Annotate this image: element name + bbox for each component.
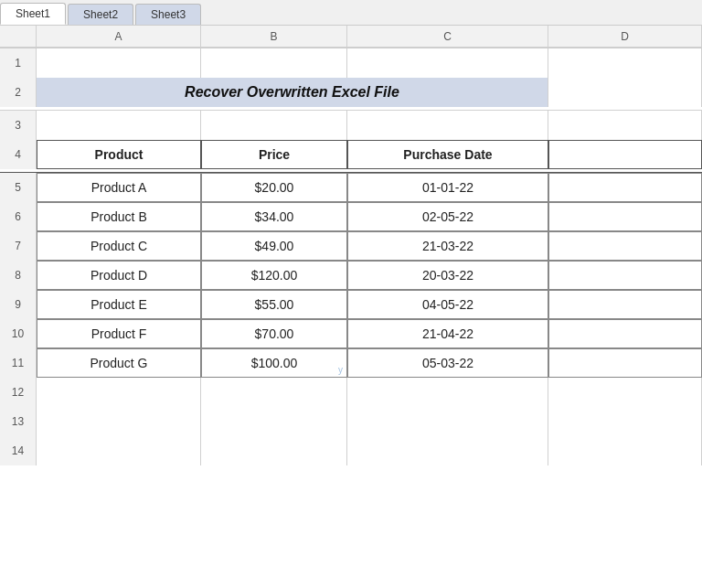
cell-13c[interactable] <box>201 407 347 436</box>
row-11: 11 Product G $100.00 y 05-03-22 <box>0 348 702 378</box>
row-num-8: 8 <box>0 261 37 290</box>
row-4-header: 4 Product Price Purchase Date <box>0 140 702 173</box>
cell-5e[interactable] <box>548 173 702 202</box>
cell-1c[interactable] <box>201 48 347 78</box>
row-12: 12 <box>0 378 702 407</box>
col-header-c: C <box>347 26 548 48</box>
cell-header-date[interactable]: Purchase Date <box>347 140 548 169</box>
cell-1d[interactable] <box>347 48 548 78</box>
cell-11c-value: $100.00 <box>251 356 298 370</box>
row-num-12: 12 <box>0 378 37 407</box>
row-num-2: 2 <box>0 78 37 107</box>
cell-9b[interactable]: Product E <box>37 290 201 319</box>
column-headers: A B C D <box>0 26 702 48</box>
cell-6d[interactable]: 02-05-22 <box>347 202 548 231</box>
row-14: 14 <box>0 436 702 465</box>
cell-12d[interactable] <box>347 378 548 407</box>
cell-10e[interactable] <box>548 319 702 348</box>
cell-3e[interactable] <box>548 111 702 140</box>
row-num-3: 3 <box>0 111 37 140</box>
cell-8c[interactable]: $120.00 <box>201 261 347 290</box>
cell-header-price[interactable]: Price <box>201 140 347 169</box>
col-header-d: D <box>548 26 702 48</box>
row-num-6: 6 <box>0 202 37 231</box>
tab-sheet1[interactable]: Sheet1 <box>0 3 66 25</box>
row-10: 10 Product F $70.00 21-04-22 <box>0 319 702 348</box>
cell-3d[interactable] <box>347 111 548 140</box>
row-5: 5 Product A $20.00 01-01-22 <box>0 173 702 202</box>
row-num-5: 5 <box>0 173 37 202</box>
row-num-13: 13 <box>0 407 37 436</box>
row-7: 7 Product C $49.00 21-03-22 <box>0 231 702 261</box>
cell-13d[interactable] <box>347 407 548 436</box>
cell-11c[interactable]: $100.00 y <box>201 348 347 378</box>
cell-12c[interactable] <box>201 378 347 407</box>
grid-body: 1 2 Recover Overwritten Excel File 3 4 P… <box>0 48 702 588</box>
row-2: 2 Recover Overwritten Excel File <box>0 78 702 111</box>
cell-9e[interactable] <box>548 290 702 319</box>
cell-8d[interactable]: 20-03-22 <box>347 261 548 290</box>
cell-8e[interactable] <box>548 261 702 290</box>
cell-6e[interactable] <box>548 202 702 231</box>
cell-11b[interactable]: Product G <box>37 348 201 378</box>
cell-14b[interactable] <box>37 436 201 465</box>
cell-7d[interactable]: 21-03-22 <box>347 231 548 261</box>
cell-3b[interactable] <box>37 111 201 140</box>
cell-5d[interactable]: 01-01-22 <box>347 173 548 202</box>
cell-6c[interactable]: $34.00 <box>201 202 347 231</box>
tab-sheet2[interactable]: Sheet2 <box>68 4 133 25</box>
cell-1e[interactable] <box>548 48 702 78</box>
row-num-7: 7 <box>0 231 37 261</box>
watermark: y <box>338 365 343 375</box>
cell-header-product[interactable]: Product <box>37 140 201 169</box>
cell-13e[interactable] <box>548 407 702 436</box>
cell-14d[interactable] <box>347 436 548 465</box>
cell-1b[interactable] <box>37 48 201 78</box>
row-num-10: 10 <box>0 319 37 348</box>
cell-9d[interactable]: 04-05-22 <box>347 290 548 319</box>
cell-6b[interactable]: Product B <box>37 202 201 231</box>
spreadsheet: Sheet1 Sheet2 Sheet3 A B C D 1 2 Recover… <box>0 0 702 588</box>
cell-9c[interactable]: $55.00 <box>201 290 347 319</box>
cell-7e[interactable] <box>548 231 702 261</box>
row-num-1: 1 <box>0 48 37 78</box>
cell-title[interactable]: Recover Overwritten Excel File <box>37 78 548 107</box>
cell-10d[interactable]: 21-04-22 <box>347 319 548 348</box>
row-8: 8 Product D $120.00 20-03-22 <box>0 261 702 290</box>
row-1: 1 <box>0 48 702 78</box>
cell-4e[interactable] <box>548 140 702 169</box>
row-9: 9 Product E $55.00 04-05-22 <box>0 290 702 319</box>
cell-7c[interactable]: $49.00 <box>201 231 347 261</box>
cell-14c[interactable] <box>201 436 347 465</box>
row-3: 3 <box>0 111 702 140</box>
cell-3c[interactable] <box>201 111 347 140</box>
cell-8b[interactable]: Product D <box>37 261 201 290</box>
tab-bar: Sheet1 Sheet2 Sheet3 <box>0 0 702 26</box>
cell-12b[interactable] <box>37 378 201 407</box>
cell-2e[interactable] <box>548 78 702 107</box>
row-num-4: 4 <box>0 140 37 169</box>
col-header-a: A <box>37 26 201 48</box>
corner-cell <box>0 26 37 48</box>
cell-10c[interactable]: $70.00 <box>201 319 347 348</box>
cell-12e[interactable] <box>548 378 702 407</box>
cell-5c[interactable]: $20.00 <box>201 173 347 202</box>
cell-11e[interactable] <box>548 348 702 378</box>
row-6: 6 Product B $34.00 02-05-22 <box>0 202 702 231</box>
cell-11d[interactable]: 05-03-22 <box>347 348 548 378</box>
row-num-9: 9 <box>0 290 37 319</box>
row-num-11: 11 <box>0 348 37 378</box>
row-num-14: 14 <box>0 436 37 465</box>
row-13: 13 <box>0 407 702 436</box>
cell-5b[interactable]: Product A <box>37 173 201 202</box>
tab-sheet3[interactable]: Sheet3 <box>135 4 201 25</box>
cell-7b[interactable]: Product C <box>37 231 201 261</box>
cell-10b[interactable]: Product F <box>37 319 201 348</box>
col-header-b: B <box>201 26 347 48</box>
cell-13b[interactable] <box>37 407 201 436</box>
cell-14e[interactable] <box>548 436 702 465</box>
